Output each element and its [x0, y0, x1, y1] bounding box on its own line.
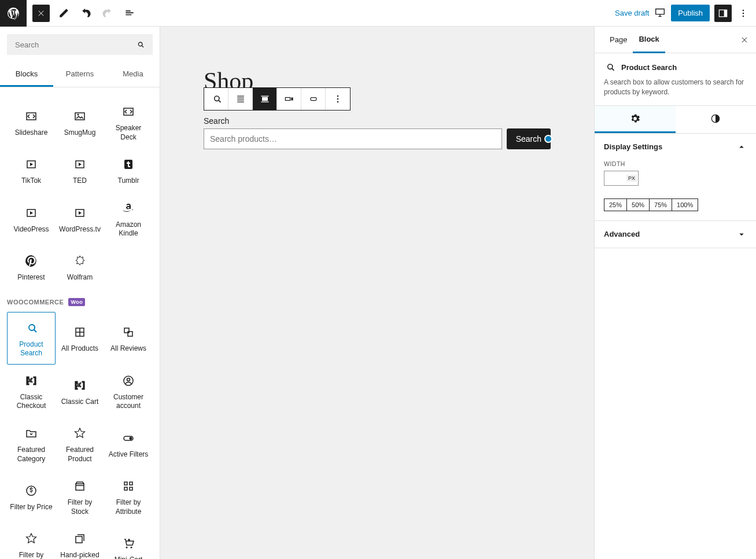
account-icon [121, 373, 135, 388]
embed-block-tiktok[interactable]: TikTok [7, 148, 56, 192]
star-icon [73, 426, 87, 441]
view-button[interactable] [654, 6, 666, 20]
display-settings-panel-header[interactable]: Display Settings [595, 134, 756, 160]
product-search-block[interactable]: Search Search products… Search [204, 116, 551, 149]
video-sq-icon [24, 157, 38, 172]
embed-block-wolfram[interactable]: Wolfram [56, 245, 104, 289]
search-block-label[interactable]: Search [204, 116, 551, 126]
woo-block-featured-product[interactable]: Featured Product [56, 417, 104, 470]
chevron-up-icon [736, 142, 747, 152]
star-icon [24, 531, 38, 546]
redo-button [99, 5, 116, 21]
toolbar-block-type[interactable] [204, 88, 228, 110]
sidebar-tab-block[interactable]: Block [633, 27, 665, 53]
options-button[interactable] [736, 6, 750, 20]
toolbar-button-only[interactable] [301, 88, 326, 110]
block-name: Product Search [621, 63, 677, 72]
toggle-icon [121, 431, 135, 446]
save-draft-button[interactable]: Save draft [615, 9, 649, 17]
photo-icon [73, 109, 87, 124]
shortcode-icon [73, 378, 87, 393]
cart-icon [121, 536, 135, 551]
width-preset-25[interactable]: 25% [604, 199, 627, 211]
toolbar-label-toggle[interactable] [253, 88, 277, 110]
grid4-icon [121, 479, 135, 494]
search-block-input[interactable]: Search products… [204, 128, 502, 149]
embed-block-tumblr[interactable]: Tumblr [104, 148, 153, 192]
woo-block-filter-by-price[interactable]: Filter by Price [7, 470, 56, 523]
woo-block-classic-cart[interactable]: Classic Cart [56, 365, 104, 417]
block-toolbar [204, 87, 351, 111]
woo-block-filter-by-attribute[interactable]: Filter by Attribute [104, 470, 153, 523]
width-preset-50[interactable]: 50% [627, 199, 650, 211]
woo-block-filter-by-stock[interactable]: Filter by Stock [56, 470, 104, 523]
close-inserter-button[interactable] [32, 5, 50, 22]
block-search[interactable] [7, 34, 153, 55]
box-icon [73, 479, 87, 494]
pinterest-icon [24, 253, 38, 269]
stack-icon [73, 531, 87, 546]
woo-block-classic-checkout[interactable]: Classic Checkout [7, 365, 56, 417]
folder-icon [24, 426, 38, 441]
search-block-button[interactable]: Search [507, 128, 551, 149]
video-sq-icon [24, 205, 38, 220]
woo-block-hand-picked-products[interactable]: Hand-picked Products [56, 523, 104, 559]
tab-blocks[interactable]: Blocks [0, 62, 53, 87]
width-preset-100[interactable]: 100% [672, 199, 698, 211]
publish-button[interactable]: Publish [671, 5, 710, 21]
embed-block-videopress[interactable]: VideoPress [7, 192, 56, 245]
width-input[interactable]: PX [604, 171, 639, 186]
chevron-down-icon [736, 229, 747, 240]
document-overview-button[interactable] [121, 5, 138, 21]
settings-sidebar: Page Block Product Search A search box t… [594, 27, 756, 559]
width-label: WIDTH [604, 160, 747, 167]
video-sq-icon [73, 205, 87, 220]
woo-block-filter-by-rating[interactable]: Filter by Rating [7, 523, 56, 559]
woocommerce-category-header: WOOCOMMERCE [7, 299, 64, 306]
embed-block-slideshare[interactable]: Slideshare [7, 95, 56, 148]
embed-block-ted[interactable]: TED [56, 148, 104, 192]
gear-icon [629, 113, 641, 124]
embed-icon [121, 104, 135, 119]
grid-icon [73, 325, 87, 340]
advanced-panel-header[interactable]: Advanced [595, 221, 756, 248]
embed-block-amazon-kindle[interactable]: Amazon Kindle [104, 192, 153, 245]
undo-button[interactable] [78, 5, 94, 21]
amazon-icon [121, 201, 135, 216]
dollar-icon [24, 483, 38, 498]
embed-block-speaker-deck[interactable]: Speaker Deck [104, 95, 153, 148]
woo-block-all-reviews[interactable]: All Reviews [104, 312, 153, 365]
search-icon [135, 40, 145, 49]
sidebar-tab-page[interactable]: Page [604, 27, 633, 52]
woo-block-customer-account[interactable]: Customer account [104, 365, 153, 417]
woo-block-active-filters[interactable]: Active Filters [104, 417, 153, 470]
woo-block-product-search[interactable]: Product Search [7, 312, 56, 365]
woo-block-all-products[interactable]: All Products [56, 312, 104, 365]
block-description: A search box to allow customers to searc… [604, 78, 747, 97]
wolfram-icon [73, 253, 87, 269]
toolbar-more-options[interactable] [326, 88, 350, 110]
reviews-icon [121, 325, 135, 340]
tab-patterns[interactable]: Patterns [53, 62, 106, 87]
search-icon [24, 321, 38, 336]
editor-canvas[interactable]: Shop Search Search products… Search [160, 27, 594, 559]
tab-media[interactable]: Media [106, 62, 160, 87]
toolbar-align[interactable] [228, 88, 253, 110]
width-preset-75[interactable]: 75% [650, 199, 672, 211]
embed-block-wordpress-tv[interactable]: WordPress.tv [56, 192, 104, 245]
search-icon [604, 61, 615, 73]
block-search-input[interactable] [15, 41, 135, 49]
subtab-settings[interactable] [595, 106, 676, 133]
wordpress-logo[interactable] [0, 0, 27, 27]
embed-block-smugmug[interactable]: SmugMug [56, 95, 104, 148]
woo-block-mini-cart[interactable]: Mini-Cart [104, 523, 153, 559]
subtab-styles[interactable] [676, 106, 757, 133]
embed-block-pinterest[interactable]: Pinterest [7, 245, 56, 289]
close-sidebar-button[interactable] [737, 33, 751, 47]
settings-sidebar-toggle[interactable] [714, 5, 732, 22]
shortcode-icon [24, 373, 38, 388]
video-sq-icon [73, 157, 87, 172]
woo-block-featured-category[interactable]: Featured Category [7, 417, 56, 470]
tools-button[interactable] [56, 5, 72, 21]
toolbar-button-position[interactable] [277, 88, 301, 110]
